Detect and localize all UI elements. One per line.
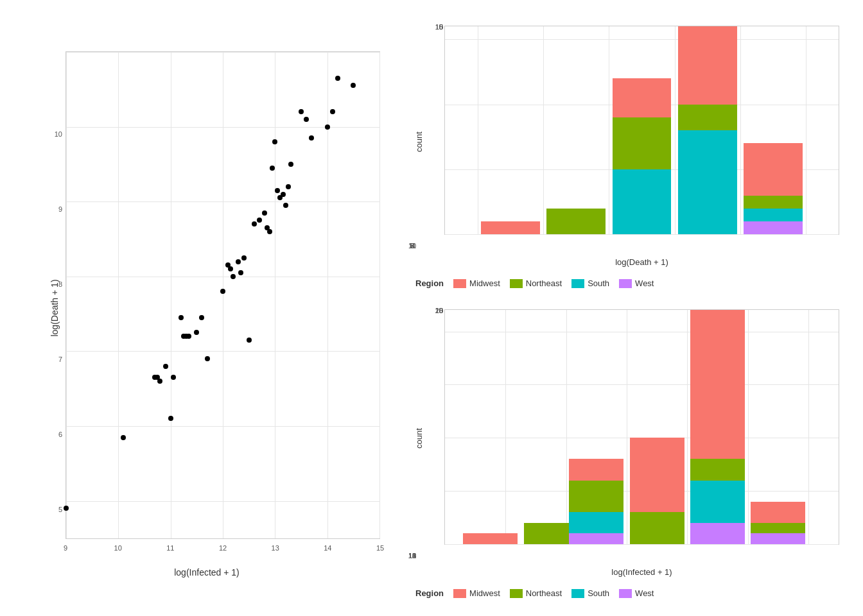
legend-item-south: South	[571, 588, 609, 598]
scatter-dot	[283, 203, 288, 208]
legend-label-west: West	[635, 278, 654, 288]
scatter-dot	[262, 210, 267, 216]
legend-label-northeast: Northeast	[526, 588, 562, 598]
right-panel: count log(Death + 1) 67891011051015 Regi…	[406, 13, 849, 603]
scatter-dot	[270, 166, 275, 171]
scatter-dot	[231, 274, 236, 279]
legend-item-west: West	[619, 278, 654, 288]
legend-color-northeast	[510, 589, 523, 598]
hist-bar-midwest	[690, 310, 745, 459]
scatter-dot	[157, 379, 162, 384]
hist-bar-northeast	[613, 117, 672, 169]
legend-label-northeast: Northeast	[526, 278, 562, 288]
scatter-dot	[186, 334, 191, 339]
hist-bar-northeast	[744, 196, 803, 209]
scatter-x-label: log(Infected + 1)	[21, 567, 393, 578]
legend-color-south	[571, 279, 584, 288]
hist-bar-midwest	[751, 502, 805, 523]
scatter-dot	[163, 364, 168, 369]
scatter-x-tick: 9	[64, 544, 67, 552]
legend-color-midwest	[453, 279, 466, 288]
scatter-dot	[299, 109, 304, 114]
scatter-dot	[288, 162, 293, 167]
scatter-dot	[168, 416, 173, 421]
legend-item-south: South	[571, 278, 609, 288]
scatter-dot	[286, 184, 291, 189]
scatter-dot	[220, 289, 225, 294]
scatter-dot	[241, 255, 247, 261]
scatter-y-tick: 10	[45, 130, 62, 138]
histogram1-wrapper: count log(Death + 1) 67891011051015	[406, 13, 849, 270]
scatter-dot	[281, 192, 286, 197]
scatter-x-tick: 13	[272, 544, 279, 552]
scatter-plot-area	[65, 51, 380, 539]
scatter-x-tick: 15	[376, 544, 384, 552]
hist2-plot-area	[444, 309, 839, 545]
legend-color-northeast	[510, 279, 523, 288]
scatter-x-tick: 10	[114, 544, 122, 552]
legend-color-south	[571, 589, 584, 598]
scatter-dot	[335, 76, 340, 81]
scatter-dot	[205, 356, 210, 361]
histogram2-wrapper: count log(Infected + 1) 1011121314150510…	[406, 296, 849, 580]
hist1-x-tick: 11	[408, 242, 416, 250]
hist2-y-label: count	[414, 428, 424, 449]
hist-bar-northeast	[678, 105, 737, 131]
scatter-x-tick: 14	[324, 544, 331, 552]
legend-item-midwest: Midwest	[453, 588, 500, 598]
hist2-x-label: log(Infected + 1)	[444, 567, 839, 577]
legend-color-west	[619, 279, 632, 288]
scatter-y-tick: 6	[45, 431, 62, 438]
hist-bar-midwest	[569, 459, 623, 480]
scatter-dot	[199, 315, 204, 320]
hist-bar-midwest	[613, 78, 672, 117]
hist-bar-south	[690, 481, 745, 523]
legend-item-midwest: Midwest	[453, 278, 500, 288]
scatter-y-tick: 7	[45, 355, 62, 363]
scatter-dot	[247, 338, 252, 343]
hist-bar-northeast	[569, 481, 623, 513]
scatter-dot	[228, 266, 233, 271]
scatter-dot	[330, 109, 335, 114]
scatter-x-tick: 12	[219, 544, 227, 552]
scatter-dot	[275, 188, 280, 193]
hist-bar-south	[569, 512, 623, 533]
scatter-dot	[179, 315, 184, 320]
hist2-y-tick: 20	[435, 307, 443, 314]
legend1-region-label: Region	[415, 278, 444, 288]
left-panel: log(Death + 1) log(Infected + 1) 9101112…	[14, 13, 399, 603]
legend2: Region MidwestNortheastSouthWest	[406, 583, 849, 603]
hist-bar-west	[690, 523, 745, 544]
legend-label-west: West	[635, 588, 654, 598]
scatter-dot	[252, 221, 257, 227]
scatter-y-tick: 8	[45, 280, 62, 288]
scatter-dot	[304, 117, 309, 122]
hist-bar-midwest	[463, 533, 518, 544]
hist-bar-midwest	[678, 26, 737, 105]
histogram1: count log(Death + 1) 67891011051015	[406, 13, 849, 270]
hist-bar-west	[751, 533, 805, 544]
hist-bar-south	[678, 130, 737, 234]
hist1-plot-area	[444, 26, 839, 235]
hist2-x-tick: 15	[408, 552, 416, 560]
scatter-dot	[309, 135, 314, 141]
hist-bar-south	[613, 169, 672, 234]
legend-color-midwest	[453, 589, 466, 598]
scatter-dot	[64, 506, 69, 511]
scatter-y-tick: 5	[45, 506, 62, 513]
hist-bar-midwest	[744, 143, 803, 195]
main-container: log(Death + 1) log(Infected + 1) 9101112…	[14, 13, 849, 603]
scatter-plot: log(Death + 1) log(Infected + 1) 9101112…	[21, 32, 393, 584]
hist-bar-northeast	[546, 209, 606, 235]
scatter-dot	[267, 229, 272, 234]
scatter-dot	[257, 218, 262, 223]
hist-bar-south	[744, 209, 803, 221]
histogram2: count log(Infected + 1) 1011121314150510…	[406, 296, 849, 580]
hist-bar-northeast	[690, 459, 745, 480]
legend2-region-label: Region	[415, 588, 444, 598]
hist1-y-tick: 15	[435, 23, 443, 31]
legend-color-west	[619, 589, 632, 598]
hist-bar-midwest	[481, 221, 540, 234]
legend-label-midwest: Midwest	[469, 278, 500, 288]
scatter-dot	[238, 270, 243, 275]
